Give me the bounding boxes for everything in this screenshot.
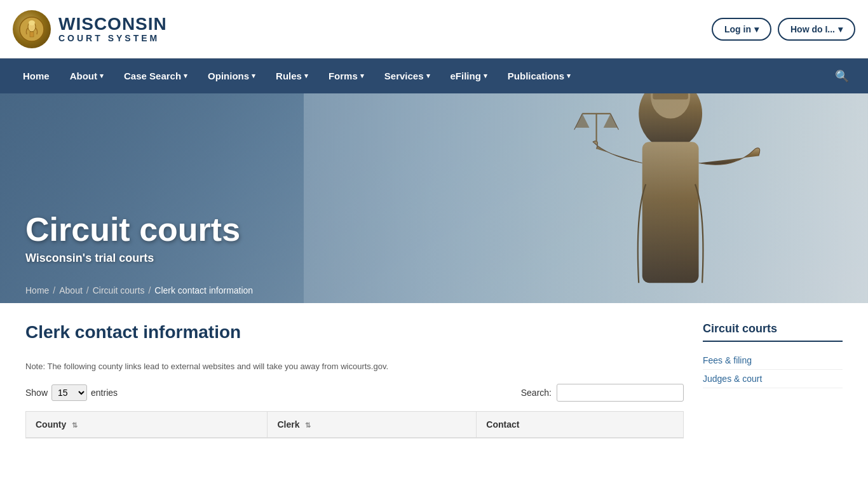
breadcrumb-circuit-courts[interactable]: Circuit courts [93, 285, 145, 295]
data-table: County ⇅ Clerk ⇅ Contact [25, 411, 684, 438]
publications-chevron-icon: ▾ [567, 72, 571, 80]
show-label: Show [25, 388, 48, 398]
about-chevron-icon: ▾ [100, 72, 104, 80]
content-area: Clerk contact information Note: The foll… [25, 322, 684, 438]
forms-chevron-icon: ▾ [360, 72, 364, 80]
logo-title-sub: Court System [58, 33, 167, 43]
clerk-sort-icon: ⇅ [305, 421, 311, 429]
logo-seal [13, 10, 51, 48]
rules-chevron-icon: ▾ [304, 72, 308, 80]
table-controls: Show 15 25 50 100 entries Search: [25, 384, 684, 402]
col-contact-label: Contact [486, 419, 519, 430]
howdoi-chevron-icon: ▾ [838, 24, 843, 34]
table-header-row: County ⇅ Clerk ⇅ Contact [26, 412, 684, 438]
breadcrumb-sep-3: / [148, 285, 151, 295]
breadcrumb-sep-1: / [53, 285, 55, 295]
search-label: Search: [521, 388, 552, 398]
nav-search-icon[interactable]: 🔍 [829, 69, 855, 83]
nav-rules[interactable]: Rules ▾ [266, 58, 318, 93]
nav-efiling[interactable]: eFiling ▾ [440, 58, 498, 93]
login-chevron-icon: ▾ [754, 24, 759, 34]
svg-rect-2 [30, 32, 34, 37]
opinions-chevron-icon: ▾ [252, 72, 255, 80]
nav-services[interactable]: Services ▾ [374, 58, 440, 93]
breadcrumb-about[interactable]: About [59, 285, 83, 295]
sidebar: Circuit courts Fees & filing Judges & co… [703, 322, 843, 438]
svg-point-3 [29, 20, 35, 25]
hero-content: Circuit courts Wisconsin's trial courts [0, 212, 868, 278]
top-buttons: Log in ▾ How do I... ▾ [712, 18, 855, 41]
county-sort-icon: ⇅ [72, 421, 78, 429]
nav-case-search[interactable]: Case Search ▾ [114, 58, 198, 93]
breadcrumb-current: Clerk contact information [154, 285, 253, 295]
sidebar-link-judges[interactable]: Judges & court [703, 370, 843, 388]
note-text: Note: The following county links lead to… [25, 362, 684, 371]
col-clerk-label: Clerk [277, 419, 299, 430]
case-search-chevron-icon: ▾ [184, 72, 187, 80]
nav-bar: Home About ▾ Case Search ▾ Opinions ▾ Ru… [0, 58, 868, 93]
services-chevron-icon: ▾ [426, 72, 430, 80]
efiling-chevron-icon: ▾ [484, 72, 487, 80]
main-area: Clerk contact information Note: The foll… [0, 303, 868, 458]
sidebar-link-fees[interactable]: Fees & filing [703, 351, 843, 370]
breadcrumb-home[interactable]: Home [25, 285, 49, 295]
login-button[interactable]: Log in ▾ [712, 18, 771, 41]
nav-about[interactable]: About ▾ [60, 58, 114, 93]
sidebar-heading: Circuit courts [703, 322, 843, 342]
hero-subtitle: Wisconsin's trial courts [25, 252, 843, 265]
page-heading: Clerk contact information [25, 322, 684, 349]
search-box: Search: [521, 384, 684, 402]
hero-section: Circuit courts Wisconsin's trial courts … [0, 93, 868, 303]
show-entries-control: Show 15 25 50 100 entries [25, 384, 118, 401]
col-contact: Contact [477, 412, 684, 438]
howdoi-button[interactable]: How do I... ▾ [778, 18, 855, 41]
col-county-label: County [36, 419, 66, 430]
logo-title-main: Wisconsin [58, 15, 167, 33]
entries-select[interactable]: 15 25 50 100 [51, 384, 87, 401]
col-county[interactable]: County ⇅ [26, 412, 268, 438]
nav-publications[interactable]: Publications ▾ [498, 58, 581, 93]
nav-opinions[interactable]: Opinions ▾ [198, 58, 266, 93]
col-clerk[interactable]: Clerk ⇅ [268, 412, 477, 438]
nav-forms[interactable]: Forms ▾ [318, 58, 374, 93]
breadcrumb: Home / About / Circuit courts / Clerk co… [0, 278, 868, 303]
nav-home[interactable]: Home [13, 58, 60, 93]
hero-title: Circuit courts [25, 212, 843, 248]
top-bar: Wisconsin Court System Log in ▾ How do I… [0, 0, 868, 58]
breadcrumb-sep-2: / [86, 285, 89, 295]
logo-text: Wisconsin Court System [58, 15, 167, 43]
search-input[interactable] [557, 384, 684, 402]
entries-label: entries [91, 388, 118, 398]
logo-area: Wisconsin Court System [13, 10, 167, 48]
